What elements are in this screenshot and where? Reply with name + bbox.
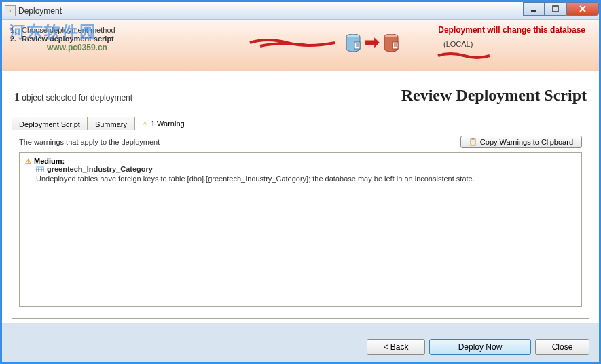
close-window-button[interactable] [566, 2, 599, 16]
warning-list[interactable]: ⚠ Medium: greentech_Industry_Category Un… [19, 152, 582, 307]
header-warning: Deployment will change this database [438, 25, 585, 35]
svg-rect-1 [553, 6, 558, 12]
deploy-now-button[interactable]: Deploy Now [429, 339, 531, 355]
target-scribble-icon [437, 51, 491, 60]
selection-count: 1 object selected for deployment [14, 91, 132, 103]
warning-severity: ⚠ Medium: [25, 157, 576, 165]
minimize-button[interactable] [523, 2, 545, 16]
window-title: Deployment [18, 6, 596, 16]
warning-icon: ⚠ [142, 120, 148, 128]
svg-rect-9 [393, 42, 398, 49]
warning-description: Undeployed tables have foreign keys to t… [36, 175, 576, 183]
back-button[interactable]: < Back [367, 339, 425, 355]
window-controls [523, 2, 599, 16]
tab-content: The warnings that apply to the deploymen… [12, 130, 589, 319]
tab-warnings[interactable]: ⚠ 1 Warning [134, 117, 192, 130]
source-scribble-icon [247, 36, 342, 50]
tab-summary[interactable]: Summary [88, 117, 134, 130]
copy-warnings-button[interactable]: Copy Warnings to Clipboard [460, 136, 582, 148]
wizard-header: 1. Choose deployment method 2. Review de… [2, 20, 599, 71]
svg-rect-13 [472, 138, 474, 139]
arrow-icon: ➡ [365, 32, 380, 53]
app-icon: ▫ [5, 5, 16, 16]
warning-object-name: greentech_Industry_Category [36, 165, 576, 173]
warning-item: ⚠ Medium: greentech_Industry_Category Un… [25, 157, 576, 183]
table-icon [36, 166, 44, 172]
window-titlebar: ▫ Deployment [2, 2, 599, 20]
maximize-button[interactable] [545, 2, 566, 16]
tab-deployment-script[interactable]: Deployment Script [12, 117, 88, 130]
tab-header-row: The warnings that apply to the deploymen… [19, 136, 582, 148]
target-database-icon [384, 34, 399, 52]
tab-strip: Deployment Script Summary ⚠ 1 Warning [12, 117, 589, 130]
close-button[interactable]: Close [535, 339, 589, 355]
content-area: 1 object selected for deployment Review … [2, 71, 599, 323]
warning-icon: ⚠ [25, 158, 31, 165]
source-database-icon [346, 34, 361, 52]
svg-rect-19 [36, 166, 44, 168]
section-header: 1 object selected for deployment Review … [12, 81, 589, 114]
clipboard-icon [469, 138, 477, 146]
svg-rect-5 [354, 42, 360, 49]
database-diagram: ➡ [247, 32, 399, 53]
button-bar: < Back Deploy Now Close [367, 339, 589, 355]
page-title: Review Deployment Script [401, 86, 587, 105]
local-label: (LOCAL) [443, 40, 473, 48]
tab-description: The warnings that apply to the deploymen… [19, 138, 160, 146]
